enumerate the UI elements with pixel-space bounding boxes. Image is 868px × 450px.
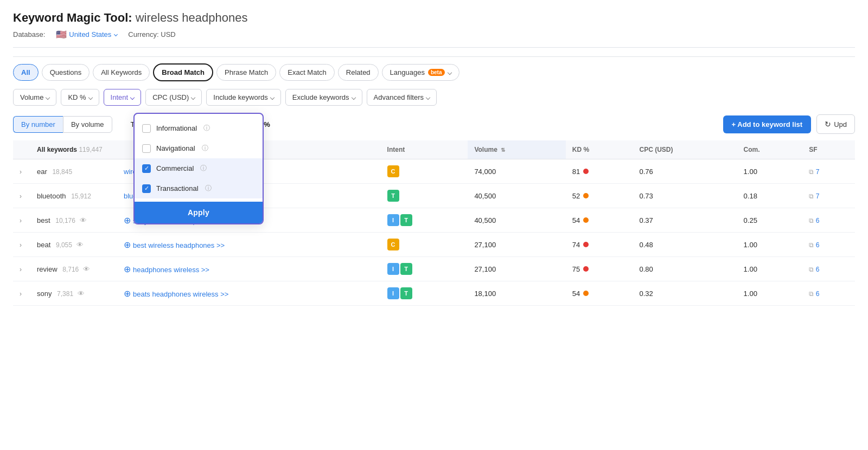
expand-button[interactable]: › xyxy=(17,168,24,176)
by-volume-button[interactable]: By volume xyxy=(63,116,112,133)
volume-cell: 40,500 xyxy=(468,208,565,233)
col-sf: SF xyxy=(802,140,855,159)
cpc-filter[interactable]: CPC (USD) xyxy=(145,89,202,106)
tab-phrase-match[interactable]: Phrase Match xyxy=(216,64,276,81)
right-controls: + Add to keyword list ↻ Upd xyxy=(723,114,855,134)
tab-related[interactable]: Related xyxy=(338,64,379,81)
intent-badge-t: T xyxy=(400,214,412,226)
add-keyword-icon[interactable]: ⊕ xyxy=(124,240,131,249)
kd-filter[interactable]: KD % xyxy=(61,89,99,106)
copy-icon[interactable]: ⧉ xyxy=(809,241,814,249)
divider xyxy=(13,56,855,57)
informational-info-icon[interactable]: ⓘ xyxy=(203,124,210,133)
eye-icon[interactable]: 👁 xyxy=(83,265,90,273)
keyword-link[interactable]: beats headphones wireless >> xyxy=(133,290,228,298)
expand-button[interactable]: › xyxy=(17,266,24,273)
table-row: ›sony 7,381 👁⊕beats headphones wireless … xyxy=(13,281,855,306)
checkmark-icon: ✓ xyxy=(144,165,149,171)
sf-cell: ⧉ 7 xyxy=(802,159,855,184)
country-chevron-icon xyxy=(114,33,118,36)
expand-button[interactable]: › xyxy=(17,192,24,200)
add-keyword-icon[interactable]: ⊕ xyxy=(124,216,131,225)
left-keyword-cell: best 10,176 👁 xyxy=(30,208,117,233)
intent-option-transactional[interactable]: ✓ Transactional ⓘ xyxy=(135,178,263,198)
col-volume[interactable]: Volume ⇅ xyxy=(468,140,565,159)
left-keyword-cell: beat 9,055 👁 xyxy=(30,233,117,257)
copy-icon[interactable]: ⧉ xyxy=(809,266,814,273)
add-keyword-icon[interactable]: ⊕ xyxy=(124,289,131,298)
eye-icon[interactable]: 👁 xyxy=(76,241,84,249)
tab-all-keywords[interactable]: All Keywords xyxy=(93,64,150,81)
kd-cell: 52 xyxy=(566,184,633,208)
copy-icon[interactable]: ⧉ xyxy=(809,168,814,176)
cpc-cell: 0.37 xyxy=(633,208,737,233)
col-com: Com. xyxy=(737,140,803,159)
exclude-keywords-filter[interactable]: Exclude keywords xyxy=(285,89,362,106)
com-cell: 1.00 xyxy=(737,159,803,184)
copy-icon[interactable]: ⧉ xyxy=(809,217,814,224)
volume-cell: 40,500 xyxy=(468,184,565,208)
cpc-chevron-icon xyxy=(191,95,195,99)
update-button[interactable]: ↻ Upd xyxy=(816,114,855,134)
kd-cell: 54 xyxy=(566,281,633,306)
add-to-keyword-list-button[interactable]: + Add to keyword list xyxy=(723,115,812,133)
cpc-cell: 0.73 xyxy=(633,184,737,208)
informational-checkbox[interactable] xyxy=(142,124,151,133)
sf-cell: ⧉ 6 xyxy=(802,281,855,306)
languages-dropdown[interactable]: Languages beta xyxy=(382,64,459,81)
com-cell: 1.00 xyxy=(737,257,803,281)
keyword-cell: ⊕best wireless headphones >> xyxy=(117,233,381,257)
intent-cell: C xyxy=(381,159,468,184)
intent-option-commercial[interactable]: ✓ Commercial ⓘ xyxy=(135,158,263,178)
expand-button[interactable]: › xyxy=(17,290,24,298)
apply-button[interactable]: Apply xyxy=(135,202,263,223)
kd-chevron-icon xyxy=(88,95,92,99)
expand-button[interactable]: › xyxy=(17,241,24,249)
keyword-link[interactable]: headphones wireless >> xyxy=(133,266,209,274)
filters-row: Volume KD % Intent CPC (USD) Include key… xyxy=(13,89,855,106)
sort-icon: ⇅ xyxy=(501,147,505,153)
commercial-checkbox[interactable]: ✓ xyxy=(142,164,151,173)
eye-icon[interactable]: 👁 xyxy=(78,290,85,298)
table-row: ›beat 9,055 👁⊕best wireless headphones >… xyxy=(13,233,855,257)
exclude-chevron-icon xyxy=(351,95,355,99)
col-left-keywords: All keywords 119,447 xyxy=(30,140,117,159)
copy-icon[interactable]: ⧉ xyxy=(809,290,814,298)
kd-dot xyxy=(583,193,589,198)
com-cell: 1.00 xyxy=(737,281,803,306)
add-keyword-icon[interactable]: ⊕ xyxy=(124,265,131,274)
keyword-link[interactable]: best wireless headphones >> xyxy=(133,241,225,249)
advanced-chevron-icon xyxy=(426,95,430,99)
country-selector[interactable]: 🇺🇸 United States xyxy=(56,29,117,40)
intent-option-informational[interactable]: Informational ⓘ xyxy=(135,118,263,138)
tab-exact-match[interactable]: Exact Match xyxy=(279,64,335,81)
volume-filter[interactable]: Volume xyxy=(13,89,56,106)
intent-badge-i: I xyxy=(387,287,399,299)
left-keyword-cell: review 8,716 👁 xyxy=(30,257,117,281)
transactional-info-icon[interactable]: ⓘ xyxy=(205,184,212,193)
intent-filter[interactable]: Intent xyxy=(104,89,142,106)
languages-chevron-icon xyxy=(447,70,451,74)
checkmark-icon: ✓ xyxy=(144,185,149,191)
eye-icon[interactable]: 👁 xyxy=(80,216,87,224)
navigational-checkbox[interactable] xyxy=(142,144,151,153)
cpc-cell: 0.32 xyxy=(633,281,737,306)
navigational-info-icon[interactable]: ⓘ xyxy=(202,144,208,153)
tab-questions[interactable]: Questions xyxy=(42,64,90,81)
tab-all[interactable]: All xyxy=(13,64,39,81)
intent-cell: T xyxy=(381,184,468,208)
copy-icon[interactable]: ⧉ xyxy=(809,192,814,200)
advanced-filters[interactable]: Advanced filters xyxy=(367,89,437,106)
sf-cell: ⧉ 6 xyxy=(802,208,855,233)
by-number-button[interactable]: By number xyxy=(13,116,63,133)
intent-chevron-icon xyxy=(130,95,135,99)
us-flag-icon: 🇺🇸 xyxy=(56,29,67,40)
include-keywords-filter[interactable]: Include keywords xyxy=(206,89,280,106)
commercial-info-icon[interactable]: ⓘ xyxy=(200,164,207,173)
intent-option-navigational[interactable]: Navigational ⓘ xyxy=(135,138,263,158)
expand-button[interactable]: › xyxy=(17,217,24,224)
transactional-checkbox[interactable]: ✓ xyxy=(142,184,151,193)
meta-row: Database: 🇺🇸 United States Currency: USD xyxy=(13,29,855,48)
tab-broad-match[interactable]: Broad Match xyxy=(153,63,213,81)
currency-label: Currency: USD xyxy=(128,30,175,38)
